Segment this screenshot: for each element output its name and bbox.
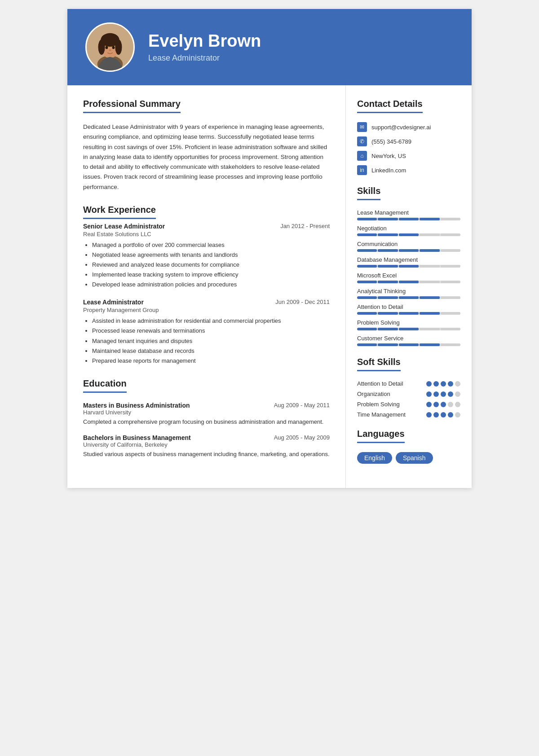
skill-bar-segment [399, 233, 419, 236]
job-title: Senior Lease Administrator [83, 223, 165, 230]
job-bullet: Reviewed and analyzed lease documents fo… [92, 260, 330, 270]
left-column: Professional Summary Dedicated Lease Adm… [67, 85, 346, 488]
soft-skills-list: Attention to Detail Organization Problem… [357, 380, 460, 418]
skill-bar-segment [420, 233, 439, 236]
job-bullet: Implemented lease tracking system to imp… [92, 270, 330, 280]
contact-title: Contact Details [357, 99, 423, 113]
soft-skill-dot [448, 412, 453, 418]
job-header: Lease Administrator Jun 2009 - Dec 2011 [83, 299, 330, 306]
skill-bar-segment [378, 281, 398, 283]
skill-bar-segment [441, 218, 460, 220]
svg-point-8 [112, 46, 115, 49]
soft-skill-name: Problem Solving [357, 401, 426, 408]
contact-icon: in [357, 165, 367, 175]
contact-icon: ✉ [357, 122, 367, 132]
job-entry: Lease Administrator Jun 2009 - Dec 2011 … [83, 299, 330, 365]
soft-skill-item: Problem Solving [357, 401, 460, 408]
summary-title: Professional Summary [83, 99, 181, 113]
skill-bar-segment [441, 343, 460, 346]
soft-skills-title: Soft Skills [357, 357, 401, 371]
skill-bar-segment [357, 218, 377, 220]
skill-bar [357, 296, 460, 299]
education-section: Education Masters in Business Administra… [83, 378, 330, 459]
skill-bar-segment [420, 343, 439, 346]
job-dates: Jan 2012 - Present [280, 223, 330, 229]
skill-bar-segment [441, 312, 460, 315]
skill-bar-segment [399, 312, 419, 315]
languages-title: Languages [357, 429, 405, 443]
skill-bar-segment [441, 328, 460, 330]
skill-item: Analytical Thinking [357, 288, 460, 299]
skill-bar [357, 343, 460, 346]
contact-item: ✉ support@cvdesigner.ai [357, 122, 460, 132]
job-bullet: Developed lease administration policies … [92, 280, 330, 290]
edu-school: University of California, Berkeley [83, 441, 330, 448]
jobs-list: Senior Lease Administrator Jan 2012 - Pr… [83, 223, 330, 366]
candidate-title: Lease Administrator [148, 53, 261, 63]
skill-bar-segment [378, 218, 398, 220]
summary-text: Dedicated Lease Administrator with 9 yea… [83, 122, 330, 192]
skill-bar [357, 218, 460, 220]
resume-container: Evelyn Brown Lease Administrator Profess… [67, 9, 472, 488]
avatar [85, 22, 135, 72]
contact-item: ⌂ NewYork, US [357, 151, 460, 161]
skill-bar-segment [378, 296, 398, 299]
job-bullets: Assisted in lease administration for res… [83, 316, 330, 365]
soft-skill-dots [426, 402, 460, 407]
skill-bar-segment [420, 312, 439, 315]
skill-bar-segment [420, 265, 439, 268]
soft-skill-dot [426, 391, 432, 397]
soft-skill-dot [441, 391, 446, 397]
skill-name: Lease Management [357, 209, 460, 216]
soft-skill-item: Organization [357, 391, 460, 397]
job-entry: Senior Lease Administrator Jan 2012 - Pr… [83, 223, 330, 290]
skill-bar [357, 233, 460, 236]
skill-item: Problem Solving [357, 319, 460, 330]
skill-bar-segment [399, 265, 419, 268]
soft-skill-dot [441, 381, 446, 387]
svg-point-6 [115, 40, 122, 55]
soft-skill-dot [433, 391, 439, 397]
job-bullet: Prepared lease reports for management [92, 356, 330, 366]
soft-skill-dot [455, 381, 460, 387]
job-title: Lease Administrator [83, 299, 144, 306]
skill-bar-segment [420, 296, 439, 299]
skill-bar-segment [399, 296, 419, 299]
edu-degree: Bachelors in Business Management [83, 434, 191, 441]
soft-skill-dot [441, 412, 446, 418]
soft-skill-dot [455, 412, 460, 418]
job-bullet: Maintained lease database and records [92, 346, 330, 356]
education-entry: Masters in Business Administration Aug 2… [83, 402, 330, 427]
language-badge: English [357, 452, 392, 464]
skill-bar [357, 281, 460, 283]
edu-degree: Masters in Business Administration [83, 402, 190, 409]
job-bullets: Managed a portfolio of over 200 commerci… [83, 240, 330, 290]
skill-bar [357, 312, 460, 315]
skill-bar-segment [441, 265, 460, 268]
skill-bar-segment [357, 296, 377, 299]
soft-skill-dots [426, 391, 460, 397]
work-experience-section: Work Experience Senior Lease Administrat… [83, 205, 330, 366]
skill-item: Database Management [357, 256, 460, 268]
header-info: Evelyn Brown Lease Administrator [148, 31, 261, 63]
skill-name: Customer Service [357, 335, 460, 342]
soft-skill-dot [433, 412, 439, 418]
skill-bar-segment [357, 343, 377, 346]
soft-skill-dot [441, 402, 446, 407]
soft-skill-dot [433, 381, 439, 387]
skill-bar-segment [399, 249, 419, 252]
contact-value: (555) 345-6789 [371, 138, 411, 145]
contact-value: support@cvdesigner.ai [371, 124, 431, 131]
body-section: Professional Summary Dedicated Lease Adm… [67, 85, 472, 488]
right-column: Contact Details ✉ support@cvdesigner.ai … [346, 85, 472, 488]
edu-description: Studied various aspects of business mana… [83, 450, 330, 459]
soft-skill-dots [426, 381, 460, 387]
education-list: Masters in Business Administration Aug 2… [83, 402, 330, 459]
soft-skill-dot [433, 402, 439, 407]
job-header: Senior Lease Administrator Jan 2012 - Pr… [83, 223, 330, 230]
soft-skill-dot [448, 381, 453, 387]
skill-bar-segment [420, 218, 439, 220]
skill-name: Negotiation [357, 225, 460, 232]
svg-point-7 [106, 46, 108, 49]
soft-skill-item: Attention to Detail [357, 380, 460, 387]
